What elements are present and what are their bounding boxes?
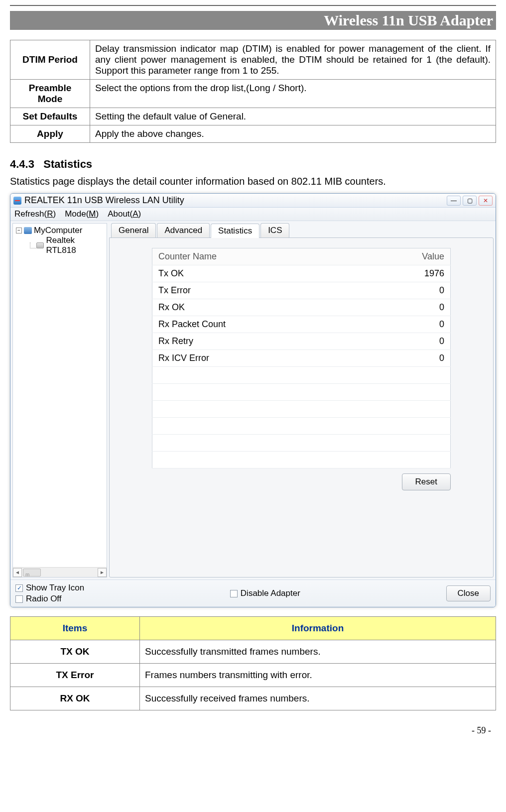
section-heading: 4.4.3 Statistics <box>10 158 496 171</box>
table-row: . <box>152 401 451 418</box>
tab-statistics[interactable]: Statistics <box>211 224 259 238</box>
info-item: RX OK <box>10 687 140 710</box>
info-item: TX Error <box>10 664 140 687</box>
tab-general[interactable]: General <box>111 223 156 237</box>
footer-bar: ✓ Show Tray Icon Radio Off Disable Adapt… <box>10 580 496 607</box>
tree-root[interactable]: − MyComputer <box>16 226 104 235</box>
computer-icon <box>24 227 32 234</box>
tree-collapse-icon[interactable]: − <box>16 228 22 233</box>
page-number: - 59 - <box>0 725 491 736</box>
titlebar: REALTEK 11n USB Wireless LAN Utility — ▢… <box>10 194 496 208</box>
reset-button[interactable]: Reset <box>402 473 451 490</box>
column-header-name[interactable]: Counter Name <box>152 248 406 265</box>
scroll-left-icon[interactable]: ◄ <box>13 568 22 577</box>
tree-root-label: MyComputer <box>34 226 82 235</box>
tree-child-label: Realtek RTL818 <box>46 235 104 255</box>
tab-bar: General Advanced Statistics ICS <box>109 223 494 237</box>
param-desc: Select the options from the drop list,(L… <box>90 80 496 108</box>
table-row: . <box>152 418 451 435</box>
table-row: . <box>152 384 451 401</box>
table-row: . <box>152 452 451 468</box>
show-tray-label: Show Tray Icon <box>26 583 84 593</box>
tree-child[interactable]: Realtek RTL818 <box>27 235 104 255</box>
table-row[interactable]: Tx Error0 <box>152 282 451 299</box>
info-item: TX OK <box>10 640 140 664</box>
table-row[interactable]: Rx OK0 <box>152 299 451 316</box>
table-row: . <box>152 435 451 452</box>
app-window: REALTEK 11n USB Wireless LAN Utility — ▢… <box>10 193 496 607</box>
info-header-information: Information <box>140 617 496 640</box>
window-title: REALTEK 11n USB Wireless LAN Utility <box>24 195 184 206</box>
section-description: Statistics page displays the detail coun… <box>10 176 496 187</box>
menu-about[interactable]: About(A) <box>108 209 141 219</box>
info-table: Items Information TX OK Successfully tra… <box>10 616 496 710</box>
table-row[interactable]: Rx ICV Error0 <box>152 350 451 367</box>
device-icon <box>36 242 44 248</box>
info-desc: Frames numbers transmitting with error. <box>140 664 496 687</box>
radio-off-label: Radio Off <box>26 594 62 604</box>
table-row: . <box>152 367 451 384</box>
table-row[interactable]: Rx Packet Count0 <box>152 316 451 333</box>
param-label: Preamble Mode <box>10 80 90 108</box>
disable-adapter-label: Disable Adapter <box>241 588 300 598</box>
maximize-button[interactable]: ▢ <box>463 196 477 206</box>
param-desc: Setting the default value of General. <box>90 108 496 125</box>
tab-ics[interactable]: ICS <box>260 223 289 237</box>
tab-pane-statistics: Counter Name Value Tx OK1976 Tx Error0 R… <box>109 237 494 578</box>
minimize-button[interactable]: — <box>447 196 461 206</box>
checkbox-icon <box>15 595 23 603</box>
info-desc: Successfully received frames numbers. <box>140 687 496 710</box>
info-header-items: Items <box>10 617 140 640</box>
horizontal-scrollbar[interactable]: ◄ m ► <box>13 567 107 577</box>
param-label: DTIM Period <box>10 40 90 80</box>
menubar: Refresh(R) Mode(M) About(A) <box>10 208 496 221</box>
info-desc: Successfully transmitted frames numbers. <box>140 640 496 664</box>
param-label: Set Defaults <box>10 108 90 125</box>
app-icon <box>13 197 21 205</box>
table-row[interactable]: Tx OK1976 <box>152 265 451 282</box>
param-desc: Apply the above changes. <box>90 125 496 143</box>
radio-off-checkbox[interactable]: Radio Off <box>15 594 84 604</box>
close-button[interactable]: Close <box>446 585 491 601</box>
tab-advanced[interactable]: Advanced <box>157 223 210 237</box>
checkbox-icon <box>230 590 238 597</box>
column-header-value[interactable]: Value <box>406 248 451 265</box>
statistics-table: Counter Name Value Tx OK1976 Tx Error0 R… <box>152 248 451 468</box>
param-label: Apply <box>10 125 90 143</box>
menu-refresh[interactable]: Refresh(R) <box>14 209 56 219</box>
page-header: Wireless 11n USB Adapter <box>10 11 496 30</box>
close-window-button[interactable]: ✕ <box>479 196 493 206</box>
scroll-thumb[interactable]: m <box>23 569 41 577</box>
page-title: Wireless 11n USB Adapter <box>324 12 493 28</box>
sidebar-tree: − MyComputer Realtek RTL818 ◄ m <box>12 223 107 578</box>
disable-adapter-checkbox[interactable]: Disable Adapter <box>230 588 300 598</box>
show-tray-checkbox[interactable]: ✓ Show Tray Icon <box>15 583 84 593</box>
table-row[interactable]: Rx Retry0 <box>152 333 451 350</box>
scroll-right-icon[interactable]: ► <box>98 568 107 577</box>
parameter-table: DTIM Period Delay transmission indicator… <box>10 40 496 143</box>
tree-line-icon <box>30 242 36 248</box>
param-desc: Delay transmission indicator map (DTIM) … <box>90 40 496 80</box>
menu-mode[interactable]: Mode(M) <box>65 209 99 219</box>
checkbox-icon: ✓ <box>15 584 23 592</box>
